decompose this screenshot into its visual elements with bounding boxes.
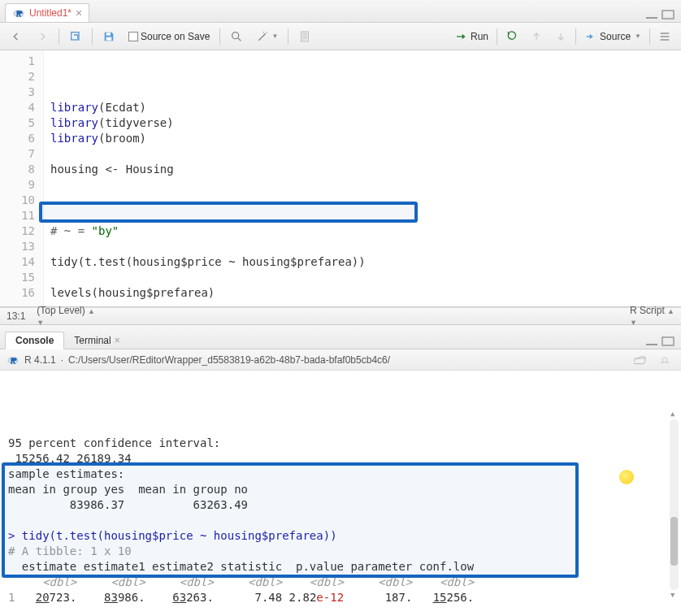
code-line[interactable]: housing <- Housing: [50, 162, 674, 177]
source-label: Source: [600, 31, 631, 42]
console-tab-bar: Console Terminal×: [0, 325, 681, 349]
editor-toolbar: Source on Save ▼ Run Source ▼: [0, 23, 681, 50]
tab-console[interactable]: Console: [5, 332, 64, 349]
cursor-position: 13:1: [7, 310, 25, 322]
save-button[interactable]: [99, 28, 119, 45]
find-button[interactable]: [227, 28, 246, 45]
checkbox-icon: [128, 32, 138, 41]
line-number: 15: [3, 270, 35, 285]
console-header: R 4.1.1 · C:/Users/User/REditorWrapper_d…: [0, 349, 681, 371]
editor-tab-bar: Untitled1* ×: [0, 0, 681, 23]
r-logo-icon: [7, 354, 20, 367]
line-number: 13: [3, 239, 35, 254]
source-on-save-label: Source on Save: [141, 31, 210, 42]
line-number: 5: [3, 115, 35, 131]
wand-button[interactable]: ▼: [253, 28, 281, 45]
code-line[interactable]: [50, 193, 674, 208]
editor-status-bar: 13:1 (Top Level) ▲▼ R Script ▲▼: [0, 307, 681, 325]
scroll-thumb[interactable]: [670, 517, 678, 566]
svg-point-7: [232, 32, 239, 38]
line-number: 12: [3, 223, 35, 239]
svg-rect-6: [106, 37, 112, 40]
code-line[interactable]: tidy(t.test(housing$price ~ housing$pref…: [50, 254, 674, 270]
console-line: sample estimates:: [8, 466, 673, 482]
forward-button[interactable]: [33, 28, 52, 45]
console-line: [8, 513, 673, 528]
editor-tab-title: Untitled1*: [29, 7, 72, 19]
show-in-new-window-button[interactable]: [66, 28, 85, 45]
scroll-down-icon[interactable]: ▼: [670, 588, 674, 603]
svg-rect-19: [662, 337, 674, 345]
tab-terminal[interactable]: Terminal×: [64, 332, 129, 349]
code-line[interactable]: [50, 239, 674, 254]
run-label: Run: [471, 31, 488, 42]
code-line[interactable]: # ~ = "by": [50, 223, 674, 239]
code-line[interactable]: library(Ecdat): [50, 100, 674, 115]
code-line[interactable]: [50, 270, 674, 285]
svg-rect-11: [301, 32, 309, 41]
working-directory: C:/Users/User/REditorWrapper_d5583819-a6…: [68, 354, 626, 366]
source-editor[interactable]: 12345678910111213141516 library(Ecdat)li…: [0, 50, 681, 307]
scope-indicator[interactable]: (Top Level) ▲▼: [37, 305, 95, 328]
maximize-pane-icon[interactable]: [661, 336, 674, 349]
highlight-dot-icon: [619, 470, 634, 484]
notebook-button[interactable]: [295, 28, 314, 45]
code-line[interactable]: [50, 146, 674, 162]
line-number: 10: [3, 193, 35, 208]
console-line: > tidy(t.test(housing$price ~ housing$pr…: [8, 528, 673, 544]
pane-controls: [645, 336, 676, 349]
down-section-button[interactable]: [551, 28, 570, 45]
scroll-up-icon[interactable]: ▲: [670, 406, 674, 422]
close-icon[interactable]: ×: [76, 7, 82, 20]
code-area[interactable]: library(Ecdat)library(tidyverse)library(…: [44, 50, 681, 306]
code-line[interactable]: [50, 208, 674, 223]
console-line: 1 20723. 83986. 63263. 7.48 2.82e-12 187…: [8, 590, 673, 605]
line-number: 14: [3, 254, 35, 270]
line-number: 7: [3, 146, 35, 162]
console-line: 95 percent confidence interval:: [8, 436, 673, 451]
code-line[interactable]: levels(housing$prefarea): [50, 285, 674, 301]
svg-rect-18: [646, 344, 657, 345]
back-button[interactable]: [7, 28, 26, 45]
r-logo-icon: [12, 7, 25, 20]
run-button[interactable]: Run: [452, 28, 492, 45]
line-number: 8: [3, 162, 35, 177]
line-number: 16: [3, 285, 35, 301]
console-line: # A tibble: 1 x 10: [8, 544, 673, 559]
console-output[interactable]: 95 percent confidence interval: 15256.42…: [0, 371, 681, 606]
svg-rect-2: [646, 17, 657, 19]
line-number: 1: [3, 54, 35, 69]
close-icon[interactable]: ×: [115, 335, 120, 346]
minimize-pane-icon[interactable]: [645, 336, 658, 349]
maximize-pane-icon[interactable]: [661, 10, 674, 22]
source-on-save-checkbox[interactable]: Source on Save: [125, 29, 213, 44]
svg-point-8: [265, 33, 266, 34]
rerun-button[interactable]: [502, 28, 522, 45]
line-number-gutter: 12345678910111213141516: [0, 50, 44, 306]
up-section-button[interactable]: [527, 28, 546, 45]
console-line: # ... with 3 more variables: conf.high <…: [8, 605, 673, 606]
svg-point-10: [263, 32, 264, 33]
svg-rect-3: [662, 11, 674, 19]
source-button[interactable]: Source ▼: [581, 28, 644, 45]
line-number: 2: [3, 69, 35, 85]
code-line[interactable]: [50, 177, 674, 193]
line-number: 9: [3, 177, 35, 193]
console-line: mean in group yes mean in group no: [8, 482, 673, 497]
code-line[interactable]: library(broom): [50, 131, 674, 146]
outline-button[interactable]: [655, 28, 674, 45]
r-version: R 4.1.1: [24, 354, 56, 366]
console-line: <dbl> <dbl> <dbl> <dbl> <dbl> <dbl> <dbl…: [8, 575, 673, 590]
console-line: 83986.37 63263.49: [8, 497, 673, 513]
code-line[interactable]: [50, 301, 674, 307]
minimize-pane-icon[interactable]: [645, 10, 658, 22]
language-mode[interactable]: R Script ▲▼: [630, 305, 674, 328]
vertical-scrollbar[interactable]: ▲ ▼: [670, 419, 679, 590]
editor-tab[interactable]: Untitled1* ×: [5, 3, 89, 22]
console-line: estimate estimate1 estimate2 statistic p…: [8, 559, 673, 575]
line-number: 3: [3, 85, 35, 100]
open-folder-button[interactable]: [631, 352, 650, 368]
line-number: 6: [3, 131, 35, 146]
code-line[interactable]: library(tidyverse): [50, 115, 674, 131]
clear-console-button[interactable]: [655, 352, 674, 368]
